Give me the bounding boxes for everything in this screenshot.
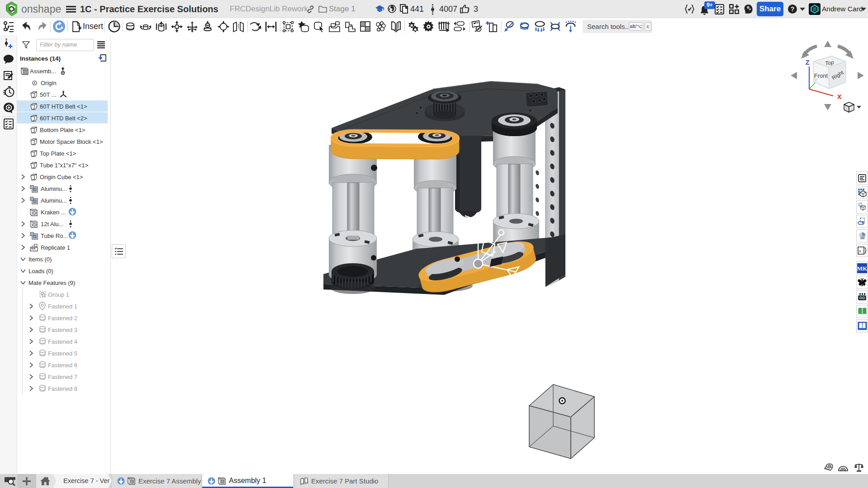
svg-text:Y: Y <box>814 77 818 83</box>
svg-text:x: x <box>859 248 861 253</box>
svg-text:Z: Z <box>806 59 810 66</box>
svg-text:?: ? <box>791 5 795 13</box>
svg-text:MK: MK <box>857 265 867 272</box>
svg-text:X: X <box>837 93 842 100</box>
